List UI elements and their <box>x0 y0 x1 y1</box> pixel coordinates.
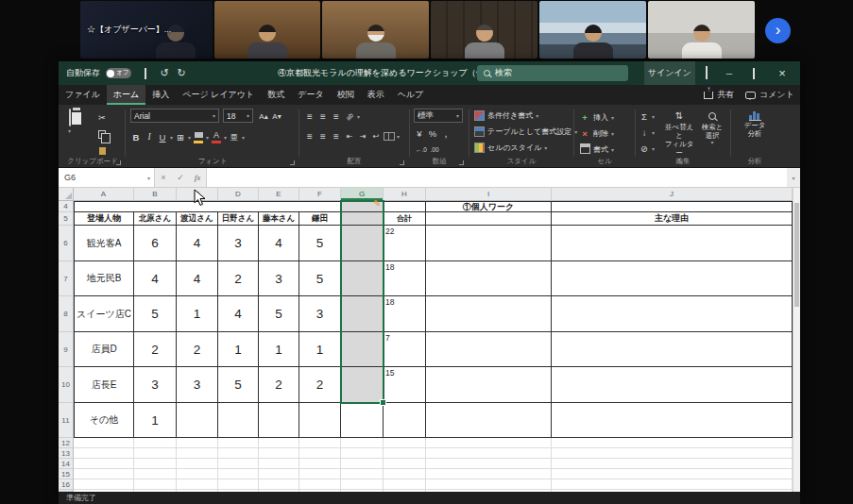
video-tile-5[interactable] <box>539 1 646 59</box>
cell-A8[interactable]: スイーツ店C <box>74 296 134 332</box>
number-format-select[interactable]: 標準 <box>414 109 463 123</box>
cell-B8[interactable]: 5 <box>134 296 177 332</box>
autosum-dropdown-icon[interactable] <box>652 113 655 120</box>
video-tile-6[interactable] <box>648 1 755 59</box>
increase-decimal-icon[interactable] <box>416 143 427 156</box>
orientation-dropdown-icon[interactable] <box>357 113 360 120</box>
grow-font-icon[interactable] <box>258 109 269 123</box>
cell-J9[interactable] <box>552 332 793 367</box>
cell-A6[interactable]: 観光客A <box>74 226 134 261</box>
name-box[interactable]: G6 <box>59 168 155 187</box>
cell-E7[interactable]: 3 <box>259 261 299 296</box>
cell-A9[interactable]: 店員D <box>74 332 134 367</box>
cell-G8[interactable] <box>341 296 384 332</box>
percent-format-icon[interactable] <box>427 126 438 140</box>
cell-F10[interactable]: 2 <box>299 367 341 403</box>
tab-page-layout[interactable]: ページ レイアウト <box>176 85 261 105</box>
cell-F8[interactable]: 3 <box>299 296 341 332</box>
save-icon[interactable] <box>138 61 153 85</box>
scrollbar-thumb[interactable] <box>794 203 799 307</box>
cell-J6[interactable] <box>552 226 793 261</box>
fill-color-dropdown-icon[interactable] <box>206 134 209 141</box>
cell-D9[interactable]: 1 <box>218 332 259 367</box>
row-header-7[interactable]: 7 <box>59 261 74 296</box>
paste-dropdown-icon[interactable] <box>68 127 71 134</box>
cell-F5[interactable]: 鎌田 <box>299 212 341 226</box>
font-color-icon[interactable] <box>211 130 222 143</box>
next-participants-button[interactable] <box>765 18 791 43</box>
row-header-6[interactable]: 6 <box>59 226 74 261</box>
cut-icon[interactable] <box>96 110 108 124</box>
clear-dropdown-icon[interactable] <box>652 145 655 152</box>
orientation-icon[interactable] <box>344 109 355 123</box>
cell-H11[interactable] <box>384 403 426 438</box>
cell-I8[interactable] <box>426 296 552 332</box>
cell-E11[interactable] <box>259 403 299 438</box>
format-painter-icon[interactable] <box>96 144 108 158</box>
col-header-A[interactable]: A <box>74 188 134 201</box>
col-header-F[interactable]: F <box>299 188 341 201</box>
cell-A5[interactable]: 登場人物 <box>74 212 134 226</box>
cell-D6[interactable]: 3 <box>218 226 259 261</box>
tab-data[interactable]: データ <box>291 85 330 105</box>
tab-formulas[interactable]: 数式 <box>261 85 291 105</box>
cell-A11[interactable]: その他 <box>74 403 134 438</box>
video-tile-4[interactable] <box>431 1 537 59</box>
row-header-15[interactable]: 15 <box>59 469 74 479</box>
row-header-9[interactable]: 9 <box>59 332 74 367</box>
cell-B6[interactable]: 6 <box>134 226 177 261</box>
col-header-E[interactable]: E <box>259 188 299 201</box>
cell-B9[interactable]: 2 <box>134 332 177 367</box>
cell-B7[interactable]: 4 <box>134 261 177 296</box>
vertical-scrollbar[interactable] <box>793 188 800 492</box>
conditional-formatting-button[interactable]: 条件付き書式 <box>474 110 538 121</box>
format-as-table-button[interactable]: テーブルとして書式設定 <box>474 126 577 137</box>
increase-indent-icon[interactable] <box>357 129 368 143</box>
row-header-10[interactable]: 10 <box>59 367 74 403</box>
cell-J11[interactable] <box>552 403 793 438</box>
fill-color-icon[interactable] <box>193 130 204 143</box>
tab-view[interactable]: 表示 <box>361 85 391 105</box>
align-left-icon[interactable] <box>304 129 316 143</box>
cell-H10[interactable]: 15 <box>384 367 426 403</box>
row-header-12[interactable]: 12 <box>59 438 74 448</box>
cell-G7[interactable] <box>341 261 384 296</box>
cell-C11[interactable] <box>177 403 218 438</box>
row-header-11[interactable]: 11 <box>59 403 74 438</box>
tab-insert[interactable]: 挿入 <box>145 85 176 105</box>
row-header-16[interactable]: 16 <box>59 479 74 490</box>
cell-C6[interactable]: 4 <box>177 226 218 261</box>
delete-cells-button[interactable]: 削除 <box>579 126 614 140</box>
data-analysis-button[interactable]: データ 分析 <box>737 109 773 138</box>
col-header-B[interactable]: B <box>134 188 177 201</box>
merge-dropdown-icon[interactable] <box>397 133 400 140</box>
minimize-button[interactable] <box>722 61 737 85</box>
col-header-J[interactable]: J <box>552 188 793 201</box>
phonetic-guide-icon[interactable] <box>229 130 240 143</box>
cell-J5[interactable]: 主な理由 <box>552 212 793 226</box>
tab-home[interactable]: ホーム <box>107 85 145 105</box>
cell-B5[interactable]: 北原さん <box>134 212 177 226</box>
col-header-H[interactable]: H <box>384 188 426 201</box>
video-tile-3[interactable] <box>322 1 429 59</box>
decrease-decimal-icon[interactable] <box>429 143 440 156</box>
row-header-8[interactable]: 8 <box>59 296 74 332</box>
cell-E10[interactable]: 2 <box>259 367 299 403</box>
cell-F7[interactable]: 5 <box>299 261 341 296</box>
search-box[interactable]: 検索 <box>477 65 628 81</box>
cell-F9[interactable]: 1 <box>299 332 341 367</box>
underline-button[interactable] <box>157 130 168 143</box>
borders-dropdown-icon[interactable] <box>188 134 191 141</box>
cell-C10[interactable]: 3 <box>177 367 218 403</box>
decrease-indent-icon[interactable] <box>344 129 355 143</box>
cell-H8[interactable]: 18 <box>384 296 426 332</box>
cell-I9[interactable] <box>426 332 552 367</box>
insert-function-icon[interactable]: fx <box>189 168 206 187</box>
close-button[interactable] <box>775 61 790 85</box>
autosave-toggle[interactable]: オフ <box>106 68 131 78</box>
cell-G9[interactable] <box>341 332 384 367</box>
empty-cells-area[interactable] <box>74 438 793 492</box>
shrink-font-icon[interactable] <box>271 109 282 123</box>
cell-A10[interactable]: 店長E <box>74 367 134 403</box>
select-all-corner[interactable] <box>59 188 74 201</box>
